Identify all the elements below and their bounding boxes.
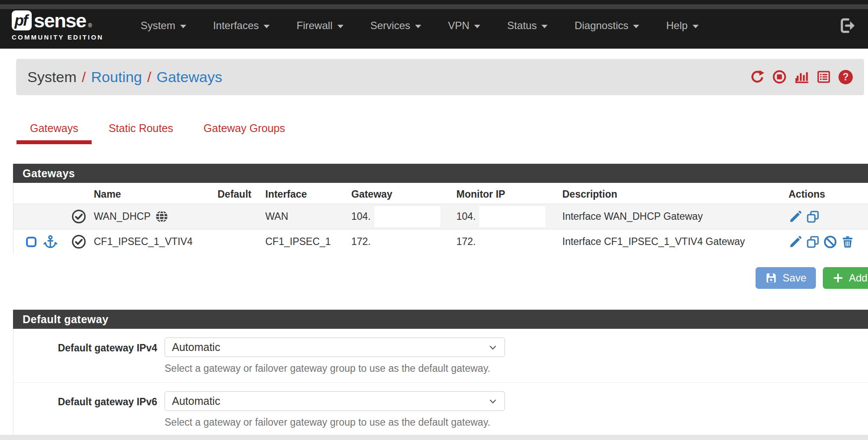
tab-static-routes-label: Static Routes [109,122,173,134]
menu-firewall-label: Firewall [297,20,333,32]
default-gateway-ipv4-label: Default gateway IPv4 [13,337,157,374]
check-circle-icon [71,208,87,225]
breadcrumb-system: System [27,69,76,86]
disable-gateway-button[interactable] [823,235,837,249]
default-gateway-ipv6-select[interactable]: Automatic [165,391,505,411]
plus-icon [832,272,844,284]
gateway-description: Interface CF1_IPSEC_1_VTIV4 Gateway [562,236,789,248]
default-gateway-ipv4-help: Select a gateway or failover gateway gro… [165,363,505,374]
row-actions [789,210,868,224]
breadcrumb-bar: System / Routing / Gateways [16,59,864,95]
gateway-status-cell [70,208,94,225]
question-mark-icon: ? [842,71,848,83]
column-header-name: Name [94,187,218,200]
default-gateway-panel: Default gateway Default gateway IPv4 Aut… [13,310,868,436]
gateway-address: 172. [351,236,456,248]
redacted-value [479,206,545,227]
menu-vpn[interactable]: VPN [435,13,494,39]
chevron-down-icon [264,25,270,28]
log-list-icon [816,69,831,84]
registered-mark: ® [88,23,92,29]
tab-gateways[interactable]: Gateways [17,122,92,144]
menu-interfaces-label: Interfaces [213,20,259,32]
pencil-icon [789,210,802,224]
monitor-ip: 172. [456,236,562,248]
row-select-cell [13,234,70,250]
copy-gateway-button[interactable] [806,235,820,249]
header-spacer [70,192,94,194]
tab-static-routes[interactable]: Static Routes [95,122,187,144]
copy-icon [806,210,820,224]
anchor-icon[interactable] [43,234,58,250]
chevron-down-icon [541,25,548,28]
globe-icon [155,209,169,224]
menu-diagnostics-label: Diagnostics [574,20,628,32]
monitor-ip: 104. [456,211,476,222]
routing-tabs: Gateways Static Routes Gateway Groups [17,122,868,144]
help-button[interactable]: ? [838,70,853,84]
redacted-value [374,206,440,227]
breadcrumb-link-gateways[interactable]: Gateways [156,69,222,86]
default-gateway-form: Default gateway IPv4 Automatic Select a … [13,329,868,436]
chevron-down-icon [693,25,699,28]
column-header-default: Default [218,187,265,200]
refresh-button[interactable] [750,69,765,84]
save-button[interactable]: Save [756,267,816,289]
tab-gateway-groups[interactable]: Gateway Groups [190,122,299,144]
menu-help-label: Help [666,20,687,32]
refresh-icon [750,69,765,84]
default-gateway-ipv6-help: Select a gateway or failover gateway gro… [165,417,505,428]
save-button-label: Save [782,272,806,284]
gateways-table: Name Default Interface Gateway Monitor I… [13,183,868,254]
default-gateway-ipv4-select[interactable]: Automatic [165,337,505,357]
tab-gateway-groups-label: Gateway Groups [204,122,285,134]
ban-icon [823,235,837,249]
trash-icon [841,235,855,249]
menu-services[interactable]: Services [357,13,435,39]
status-graph-button[interactable] [794,69,809,84]
menu-firewall[interactable]: Firewall [283,13,357,39]
edit-gateway-button[interactable] [789,210,802,224]
gateway-address: 104. [351,211,371,222]
breadcrumb-separator: / [147,69,151,86]
column-header-description: Description [562,187,789,200]
menu-status[interactable]: Status [494,13,561,39]
gateway-status-cell [70,234,94,250]
copy-gateway-button[interactable] [806,210,820,224]
breadcrumb-link-routing[interactable]: Routing [91,69,142,86]
add-gateway-button[interactable]: Add [823,267,868,289]
menu-system-label: System [141,20,175,32]
selected-option: Automatic [172,395,220,407]
menu-vpn-label: VPN [448,20,469,32]
pfsense-logo[interactable]: pf sense ® COMMUNITY EDITION [12,10,104,41]
column-header-gateway: Gateway [351,187,456,200]
log-button[interactable] [816,69,831,84]
menu-interfaces[interactable]: Interfaces [200,13,283,39]
column-header-actions: Actions [789,187,868,200]
menu-status-label: Status [507,20,537,32]
page-action-icons: ? [750,69,853,84]
menu-help[interactable]: Help [653,13,712,39]
menu-services-label: Services [370,20,410,32]
checkbox-icon[interactable] [25,235,38,248]
menu-system[interactable]: System [127,13,200,39]
page-bottom-edge [0,435,868,440]
menu-diagnostics[interactable]: Diagnostics [561,13,653,39]
breadcrumb-separator: / [82,69,86,86]
gateway-description: Interface WAN_DHCP Gateway [562,211,789,222]
delete-gateway-button[interactable] [841,235,855,249]
stop-button[interactable] [772,69,787,84]
sign-out-button[interactable] [838,17,856,34]
check-circle-icon [71,234,87,250]
bar-chart-icon [794,69,809,84]
save-floppy-icon [765,272,777,284]
selected-option: Automatic [172,341,220,354]
edit-gateway-button[interactable] [789,235,802,249]
table-row: CF1_IPSEC_1_VTIV4 CF1_IPSEC_1 172. 172. … [13,229,868,254]
gateway-interface: CF1_IPSEC_1 [265,236,351,248]
stop-circle-icon [772,69,787,84]
add-button-label: Add [849,272,868,284]
chevron-down-icon [487,342,498,353]
gateway-name: CF1_IPSEC_1_VTIV4 [94,236,218,248]
sign-out-icon [838,17,856,34]
